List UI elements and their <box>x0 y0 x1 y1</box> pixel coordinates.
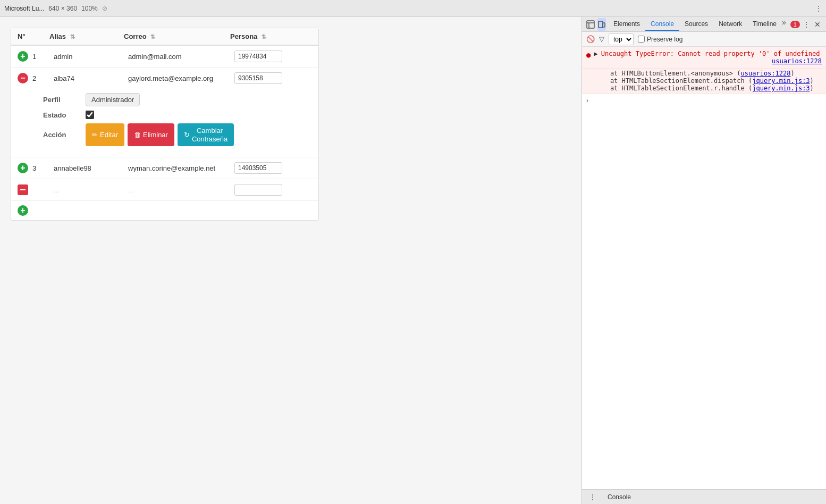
stack-link-3[interactable]: jquery.min.js:3 <box>752 85 810 92</box>
header-correo: Correo ⇅ <box>124 32 230 40</box>
header-alias: Alias ⇅ <box>49 32 124 40</box>
preserve-log-checkbox[interactable] <box>638 36 645 43</box>
browser-menu-icon[interactable]: ⋮ <box>815 5 822 12</box>
row-4-alias: ... <box>54 186 128 194</box>
devtools-bottombar: ⋮ Console <box>582 489 826 504</box>
svg-rect-2 <box>587 21 594 28</box>
error-link-1[interactable]: usuarios:1228 <box>772 57 822 65</box>
add-row-button[interactable]: + <box>18 205 28 216</box>
accion-field: Acción ✏ Editar 🗑 Eliminar ↻ <box>43 123 312 146</box>
table-row-partial: ... ... <box>11 179 318 201</box>
row-3-no: 3 <box>32 164 54 172</box>
row-2-alias: alba74 <box>54 74 128 82</box>
row-1-persona-input[interactable] <box>234 51 282 62</box>
filter-icon[interactable]: ▽ <box>599 35 604 43</box>
browser-indicator: ⊘ <box>102 5 107 12</box>
estado-label: Estado <box>43 111 86 119</box>
device-toggle-icon[interactable] <box>597 18 606 31</box>
users-table: N° Alias ⇅ Correo ⇅ Persona ⇅ + <box>11 28 319 221</box>
clear-console-icon[interactable]: 🚫 <box>586 35 595 43</box>
add-row-area: + <box>11 201 318 220</box>
row-4-persona-input[interactable] <box>234 184 282 196</box>
eliminar-button[interactable]: 🗑 Eliminar <box>128 123 174 146</box>
console-content: ● ▶ Uncaught TypeError: Cannot read prop… <box>582 47 826 489</box>
stack-link-2[interactable]: jquery.min.js:3 <box>752 77 810 85</box>
browser-dims: 640 × 360 <box>48 5 77 12</box>
svg-rect-5 <box>599 21 603 28</box>
row-2-persona-input[interactable] <box>234 72 282 84</box>
devtools-close-icon[interactable]: ✕ <box>813 18 822 31</box>
inspect-icon[interactable] <box>586 18 595 31</box>
tab-elements[interactable]: Elements <box>608 18 645 31</box>
sort-correo-icon[interactable]: ⇅ <box>150 33 155 40</box>
console-expand-chevron[interactable]: › <box>582 94 826 107</box>
tab-console[interactable]: Console <box>645 18 679 31</box>
row-2-persona[interactable] <box>234 72 282 84</box>
stack-line-3: at HTMLTableSectionElement.r.handle (jqu… <box>586 85 822 92</box>
cambiar-contrasena-button[interactable]: ↻ CambiarContraseña <box>178 123 234 146</box>
row-2-correo: gaylord.meta@example.org <box>128 74 234 82</box>
action-buttons: ✏ Editar 🗑 Eliminar ↻ CambiarContraseña <box>86 123 234 146</box>
devtools-topbar: Elements Console Sources Network Timelin… <box>582 17 826 32</box>
editar-button[interactable]: ✏ Editar <box>86 123 124 146</box>
error-expand-toggle[interactable]: ▶ <box>594 50 597 57</box>
stack-line-1: at HTMLButtonElement.<anonymous> (usuari… <box>586 70 822 77</box>
devtools-toolbar: 🚫 ▽ top Preserve log <box>582 32 826 47</box>
stack-link-1[interactable]: usuarios:1228 <box>741 70 791 77</box>
svg-rect-6 <box>603 23 605 27</box>
devtools-menu-icon[interactable]: ⋮ <box>802 18 811 31</box>
devtools-tabs: Elements Console Sources Network Timelin… <box>608 18 786 31</box>
row-4-main: ... ... <box>11 179 318 200</box>
row-1-toggle[interactable]: + <box>18 51 28 62</box>
error-icon: ● <box>586 51 591 59</box>
accion-label: Acción <box>43 131 86 139</box>
devtools-more-tabs[interactable]: » <box>782 18 786 31</box>
perfil-field: Perfil Administrador <box>43 93 312 106</box>
row-1-alias: admin <box>54 53 128 61</box>
stack-line-2: at HTMLTableSectionElement.dispatch (jqu… <box>586 77 822 85</box>
perfil-value: Administrador <box>86 93 140 106</box>
row-1-correo: admin@mail.com <box>128 53 234 61</box>
row-1-no: 1 <box>32 53 54 61</box>
sort-alias-icon[interactable]: ⇅ <box>70 33 75 40</box>
row-3-alias: annabelle98 <box>54 164 128 172</box>
devtools-panel: Elements Console Sources Network Timelin… <box>581 17 826 504</box>
table-row-expanded-outer: − 2 alba74 gaylord.meta@example.org Perf… <box>11 68 318 157</box>
console-error-row: ● ▶ Uncaught TypeError: Cannot read prop… <box>582 47 826 69</box>
row-1-main: + 1 admin admin@mail.com <box>11 46 318 67</box>
sort-persona-icon[interactable]: ⇅ <box>262 33 266 40</box>
refresh-icon: ↻ <box>184 131 190 139</box>
preserve-log-label[interactable]: Preserve log <box>638 36 682 43</box>
row-2-no: 2 <box>32 74 54 82</box>
estado-field: Estado <box>43 111 312 119</box>
row-1-persona[interactable] <box>234 51 282 62</box>
web-content-area: N° Alias ⇅ Correo ⇅ Persona ⇅ + <box>0 17 581 504</box>
tab-timeline[interactable]: Timeline <box>747 18 782 31</box>
row-3-persona[interactable] <box>234 162 282 174</box>
trash-icon: 🗑 <box>134 131 141 139</box>
row-4-persona <box>234 184 282 196</box>
tab-network[interactable]: Network <box>713 18 747 31</box>
context-select[interactable]: top <box>609 33 634 45</box>
table-header: N° Alias ⇅ Correo ⇅ Persona ⇅ <box>11 28 318 46</box>
table-row: + 3 annabelle98 wyman.corine@example.net <box>11 157 318 179</box>
svg-rect-1 <box>20 189 26 190</box>
header-persona: Persona ⇅ <box>230 32 294 40</box>
bottom-tab-console[interactable]: Console <box>603 491 635 503</box>
row-3-toggle[interactable]: + <box>18 163 28 173</box>
row-4-correo: ... <box>128 186 234 194</box>
row-4-icon <box>18 184 28 195</box>
tab-sources[interactable]: Sources <box>679 18 713 31</box>
estado-checkbox[interactable] <box>86 111 94 119</box>
row-3-persona-input[interactable] <box>234 162 282 174</box>
row-2-toggle[interactable]: − <box>18 73 28 83</box>
header-no: N° <box>18 32 49 40</box>
editar-icon: ✏ <box>92 131 98 139</box>
devtools-bottom-menu[interactable]: ⋮ <box>586 491 599 503</box>
row-2-main: − 2 alba74 gaylord.meta@example.org <box>11 68 318 89</box>
row-2-expanded: Perfil Administrador Estado Acción ✏ Edi… <box>11 89 318 157</box>
error-message: Uncaught TypeError: Cannot read property… <box>601 50 822 65</box>
perfil-label: Perfil <box>43 96 86 104</box>
browser-title: Microsoft Lu... <box>4 5 44 12</box>
table-row: + 1 admin admin@mail.com <box>11 46 318 68</box>
